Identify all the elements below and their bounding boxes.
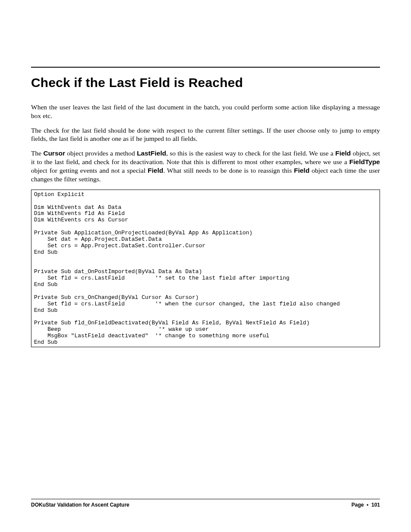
footer-page-label: Page <box>352 502 364 508</box>
code-block: Option Explicit Dim WithEvents dat As Da… <box>31 190 380 348</box>
p3-text: . What still needs to be done is to reas… <box>163 167 294 174</box>
keyword-lastfield: LastField <box>137 149 166 157</box>
footer-right: Page • 101 <box>352 502 380 508</box>
keyword-cursor: Cursor <box>43 149 65 157</box>
footer: DOKuStar Validation for Ascent Capture P… <box>31 499 380 508</box>
p3-text: , so this is the easiest way to check fo… <box>166 149 336 157</box>
keyword-fieldtype: FieldType <box>349 158 380 165</box>
keyword-field: Field <box>294 167 309 174</box>
paragraph-3: The Cursor object provides a method Last… <box>31 149 380 183</box>
footer-bullet: • <box>367 502 368 508</box>
keyword-field: Field <box>148 167 163 174</box>
paragraph-1: When the user leaves the last field of t… <box>31 103 380 120</box>
top-rule <box>31 67 380 68</box>
p3-text: object for getting events and not a spec… <box>31 167 148 174</box>
page: Check if the Last Field is Reached When … <box>0 0 411 532</box>
p3-text: object provides a method <box>65 149 137 157</box>
p3-text: The <box>31 149 43 157</box>
keyword-field: Field <box>335 149 351 157</box>
footer-page-number: 101 <box>371 502 380 508</box>
page-title: Check if the Last Field is Reached <box>31 75 380 90</box>
footer-left: DOKuStar Validation for Ascent Capture <box>31 502 129 508</box>
paragraph-2: The check for the last field should be d… <box>31 126 380 143</box>
